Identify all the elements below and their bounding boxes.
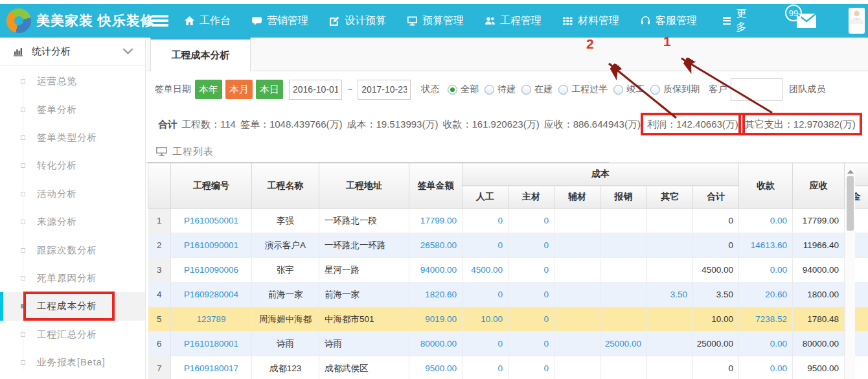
sidebar-toggle-icon[interactable] xyxy=(152,15,168,27)
cell-signed-amount: 26580.00 xyxy=(409,233,463,258)
table-row[interactable]: 7P1609180017成都123成都武侯区9500.000000.009500… xyxy=(148,356,868,379)
table-body: 1P1610050001李强一环路北一段17799.000000.0017799… xyxy=(148,209,868,379)
cell-cost-aux-material xyxy=(554,209,600,233)
quick-date-button-0[interactable]: 本年 xyxy=(195,80,222,99)
quick-date-button-2[interactable]: 本日 xyxy=(256,80,283,99)
cell-project-code[interactable]: P1609280004 xyxy=(171,282,252,307)
sidebar-item-business-report[interactable]: 业务报表[Beta] xyxy=(0,349,145,376)
radio-icon xyxy=(613,85,623,95)
cell-cost-labor: 0 xyxy=(463,282,508,307)
sidebar-item-activity-analysis[interactable]: 活动分析 xyxy=(0,180,145,208)
sidebar-item-dead-order-analysis[interactable]: 死单原因分析 xyxy=(0,264,145,292)
nav-item-marketing[interactable]: 营销管理 xyxy=(251,14,308,28)
table-row[interactable]: 5123789周海媚中海都中海都市5019019.0010.00010.0072… xyxy=(148,307,868,332)
quick-date-buttons: 本年本月本日 xyxy=(195,80,286,99)
date-from-input[interactable] xyxy=(289,80,342,100)
col-cost-other: 其它 xyxy=(647,186,693,209)
nav-item-material[interactable]: 材料管理 xyxy=(562,14,619,28)
nav-item-design-budget[interactable]: 设计预算 xyxy=(329,14,386,28)
user-menu[interactable]: 管理员 xyxy=(849,0,868,43)
scroll-up-arrow-icon[interactable] xyxy=(847,170,854,174)
cell-row-index: 2 xyxy=(148,233,171,258)
table-row[interactable]: 2P1610090001演示客户A一环路北一环路26580.0000014613… xyxy=(148,233,868,258)
radio-selected-icon xyxy=(448,85,457,95)
sidebar-item-conversion-analysis[interactable]: 转化分析 xyxy=(0,152,145,179)
cell-project-address: 成都武侯区 xyxy=(319,356,409,379)
cell-cost-main-material: 0 xyxy=(508,233,554,258)
cell-project-address: 星河一路 xyxy=(319,258,409,282)
cell-cost-reimburse xyxy=(600,258,647,282)
summary-item: 签单：1048.439766(万) xyxy=(240,119,343,130)
sidebar-item-source-analysis[interactable]: 来源分析 xyxy=(0,208,145,236)
headset-icon xyxy=(640,16,651,27)
cell-project-code[interactable]: 123789 xyxy=(171,307,252,332)
status-label: 状态 xyxy=(421,84,439,95)
sidebar-item-sign-type-analysis[interactable]: 签单类型分析 xyxy=(0,124,145,152)
chat-icon xyxy=(251,16,262,27)
cell-project-code[interactable]: P1610090001 xyxy=(171,233,252,258)
cell-project-code[interactable]: P1609180017 xyxy=(171,356,252,379)
sidebar-item-project-cost-analysis[interactable]: 工程成本分析 xyxy=(0,292,145,320)
table-scrollbar[interactable] xyxy=(845,168,855,379)
customer-input[interactable] xyxy=(731,78,782,101)
sidebar-item-label: 签单类型分析 xyxy=(37,132,97,144)
sidebar-menu: 运营总览签单分析签单类型分析转化分析活动分析来源分析跟踪次数分析死单原因分析工程… xyxy=(0,66,145,376)
quick-date-button-1[interactable]: 本月 xyxy=(225,80,253,99)
cell-cost-total: 0 xyxy=(693,233,739,258)
col-cost-reimburse: 报销 xyxy=(600,186,647,209)
date-to-input[interactable] xyxy=(358,80,411,100)
col-index xyxy=(148,163,171,209)
table-row[interactable]: 1P1610050001李强一环路北一段17799.000000.0017799… xyxy=(148,209,868,233)
tab-project-cost-analysis[interactable]: 工程成本分析 xyxy=(150,38,251,71)
bullet-icon xyxy=(21,220,25,224)
status-radio-5[interactable]: 质保到期 xyxy=(650,84,700,95)
cell-cost-reimburse xyxy=(600,356,647,379)
cell-project-code[interactable]: P1610180001 xyxy=(171,332,252,356)
status-radio-1[interactable]: 待建 xyxy=(485,84,516,95)
sidebar-item-project-summary-analysis[interactable]: 工程汇总分析 xyxy=(0,321,145,349)
scrollbar-thumb[interactable] xyxy=(847,176,854,231)
status-radio-0[interactable]: 全部 xyxy=(448,84,479,95)
cell-row-index: 6 xyxy=(148,332,171,356)
summary-item: 工程数：114 xyxy=(181,119,236,130)
messages-button[interactable]: 99 xyxy=(797,14,816,28)
brand[interactable]: 美美家装 快乐装修 xyxy=(6,8,143,33)
bullet-icon xyxy=(21,248,25,253)
cell-project-code[interactable]: P1610090006 xyxy=(171,258,252,282)
more-menu-icon xyxy=(723,17,731,25)
cell-signed-amount: 9019.00 xyxy=(409,307,463,332)
cell-cost-total: 25000.00 xyxy=(693,332,739,356)
cell-receivable: 9500.00 xyxy=(793,356,845,379)
cell-cost-reimburse xyxy=(600,209,647,233)
sidebar-item-follow-count-analysis[interactable]: 跟踪次数分析 xyxy=(0,236,145,264)
cell-project-address: 一环路北一段 xyxy=(319,209,409,233)
status-radio-4[interactable]: 竣工 xyxy=(613,84,645,95)
sidebar-section-stats[interactable]: 统计分析 xyxy=(0,38,145,66)
status-radio-3[interactable]: 工程过半 xyxy=(558,84,608,95)
nav-item-more[interactable]: 更多 xyxy=(723,7,750,34)
table-row[interactable]: 3P1610090006张宇星河一路94000.004500.0004500.0… xyxy=(148,258,868,282)
status-radio-2[interactable]: 在建 xyxy=(521,84,553,95)
cell-receivable: 94000.00 xyxy=(793,258,845,282)
nav-item-budget[interactable]: 预算管理 xyxy=(407,14,464,28)
sidebar-item-operation-overview[interactable]: 运营总览 xyxy=(0,67,145,95)
nav-item-workbench[interactable]: 工作台 xyxy=(184,14,231,28)
table-row[interactable]: 6P1610180001诗雨诗雨80000.000025000.0025000.… xyxy=(148,332,868,356)
cell-signed-amount: 9500.00 xyxy=(409,356,463,379)
cell-project-address: 中海都市501 xyxy=(319,307,409,332)
bullet-icon xyxy=(21,135,25,140)
nav-item-service[interactable]: 客服管理 xyxy=(640,14,697,28)
more-label: 更多 xyxy=(736,7,750,34)
cell-project-address: 诗雨 xyxy=(319,332,409,356)
cell-cost-reimburse xyxy=(600,282,647,307)
sidebar-item-sign-analysis[interactable]: 签单分析 xyxy=(0,95,145,123)
nav-item-label: 材料管理 xyxy=(578,14,619,28)
bullet-icon xyxy=(21,360,25,365)
cell-signed-amount: 17799.00 xyxy=(409,209,463,233)
nav-item-project[interactable]: 工程管理 xyxy=(485,14,542,28)
radio-icon xyxy=(521,85,531,95)
table-row[interactable]: 4P1609280004前海一家前海一家1820.60003.503.5020.… xyxy=(148,282,868,307)
main-content: 工程成本分析 签单日期 本年本月本日 ~ 状态 全部待建在建工程过半竣工质保到期… xyxy=(146,38,868,379)
cell-project-code[interactable]: P1610050001 xyxy=(171,209,252,233)
col-received: 收款 xyxy=(739,163,793,209)
